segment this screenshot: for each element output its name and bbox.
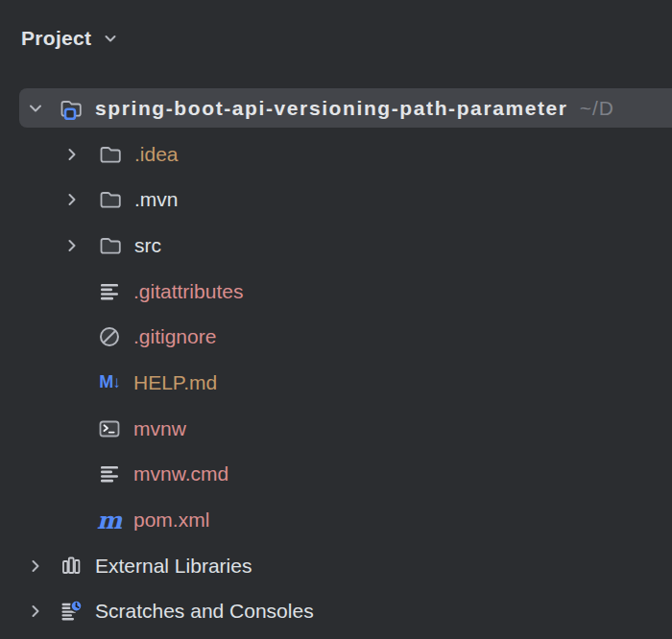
- tree-row-help-md[interactable]: M↓ HELP.md: [0, 360, 672, 406]
- tree-item-label: .idea: [134, 143, 179, 166]
- project-root-path: ~/D: [580, 97, 614, 120]
- tree-item-label: Scratches and Consoles: [95, 600, 314, 623]
- tree-item-label: mvnw: [133, 417, 186, 440]
- maven-file-icon: m: [96, 507, 123, 533]
- markdown-file-icon: M↓: [96, 369, 123, 396]
- project-tree: spring-boot-api-versioning-path-paramete…: [0, 85, 672, 634]
- tree-row-mvn-folder[interactable]: .mvn: [0, 177, 672, 223]
- tree-item-label: pom.xml: [133, 509, 209, 532]
- tree-row-mvnw-cmd[interactable]: mvnw.cmd: [0, 452, 672, 498]
- project-folder-icon: [58, 95, 84, 122]
- chevron-right-icon[interactable]: [61, 189, 83, 210]
- project-panel-header: Project: [0, 0, 672, 77]
- chevron-right-icon[interactable]: [25, 601, 46, 622]
- folder-icon: [97, 232, 124, 259]
- chevron-right-icon[interactable]: [61, 235, 83, 256]
- tree-row-pom-xml[interactable]: m pom.xml: [0, 497, 672, 543]
- scratches-icon: [58, 598, 84, 625]
- chevron-right-icon[interactable]: [25, 556, 46, 577]
- ignore-file-icon: [96, 323, 123, 350]
- tree-row-gitignore[interactable]: .gitignore: [0, 314, 672, 360]
- tree-item-label: .gitignore: [133, 325, 216, 348]
- tree-item-label: .mvn: [134, 188, 179, 211]
- text-file-icon: [96, 278, 123, 305]
- folder-icon: [97, 141, 124, 168]
- tree-row-mvnw[interactable]: mvnw: [0, 406, 672, 452]
- tree-item-label: .gitattributes: [133, 280, 243, 303]
- tree-row-scratches-consoles[interactable]: Scratches and Consoles: [0, 589, 672, 635]
- chevron-right-icon[interactable]: [61, 144, 83, 165]
- project-view-title[interactable]: Project: [21, 27, 91, 50]
- tree-item-label: src: [134, 234, 161, 257]
- terminal-file-icon: [96, 415, 123, 442]
- tree-item-label: mvnw.cmd: [133, 462, 228, 485]
- tree-row-idea-folder[interactable]: .idea: [0, 131, 672, 178]
- tree-item-label: External Libraries: [95, 555, 252, 578]
- chevron-down-icon[interactable]: [101, 29, 120, 48]
- tree-row-external-libraries[interactable]: External Libraries: [0, 543, 672, 589]
- tree-row-src-folder[interactable]: src: [0, 223, 672, 269]
- text-file-icon: [96, 461, 123, 487]
- folder-icon: [97, 186, 124, 213]
- tree-item-label: HELP.md: [133, 371, 217, 394]
- tree-row-project-root[interactable]: spring-boot-api-versioning-path-paramete…: [0, 85, 672, 131]
- chevron-down-icon[interactable]: [25, 98, 46, 119]
- tree-row-gitattributes[interactable]: .gitattributes: [0, 269, 672, 315]
- project-root-name: spring-boot-api-versioning-path-paramete…: [95, 97, 568, 120]
- library-icon: [58, 553, 84, 580]
- project-tool-window: Project spring-boot-api-versioning-path-…: [0, 0, 672, 639]
